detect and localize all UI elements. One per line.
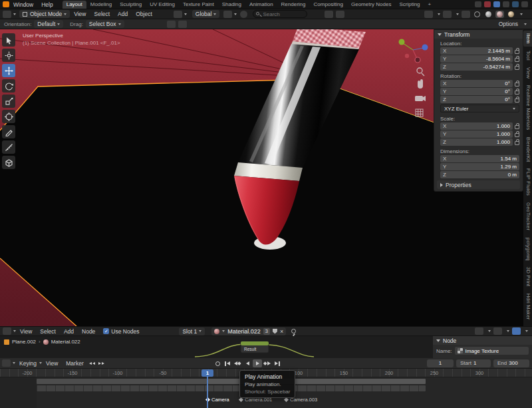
- jump-prev-marker-button[interactable]: [88, 359, 97, 367]
- breadcrumb-object[interactable]: Plane.002: [12, 339, 36, 345]
- menu-object[interactable]: Object: [132, 11, 156, 17]
- tab-uv-editing[interactable]: UV Editing: [146, 1, 179, 9]
- editor-type-icon[interactable]: [2, 359, 11, 367]
- viewport-3d[interactable]: User Perspective (1) Scene Collection | …: [0, 29, 532, 326]
- snap-magnet-icon[interactable]: [475, 327, 483, 335]
- breadcrumb-material[interactable]: Material.022: [51, 339, 80, 345]
- rotation-mode-dropdown[interactable]: XYZ Euler: [440, 104, 519, 112]
- snap-magnet-icon[interactable]: [223, 11, 232, 18]
- node-name-field[interactable]: Image Texture: [455, 347, 529, 355]
- topbar-icon[interactable]: [484, 1, 491, 7]
- anim-strip[interactable]: [37, 379, 207, 384]
- unlink-icon[interactable]: ×: [280, 328, 283, 335]
- node-panel-header[interactable]: Node: [433, 336, 532, 345]
- proportional-edit-icon[interactable]: [240, 11, 247, 18]
- xray-icon[interactable]: [462, 11, 470, 18]
- use-nodes-checkbox[interactable]: ✓: [103, 328, 109, 334]
- next-keyframe-button[interactable]: [263, 359, 272, 367]
- play-button[interactable]: [253, 359, 262, 367]
- shading-material-icon[interactable]: [495, 11, 504, 18]
- pin-icon[interactable]: [291, 329, 296, 333]
- dimensions-x-field[interactable]: X1.54 m: [440, 155, 519, 162]
- rotation-y-field[interactable]: Y0°: [440, 88, 513, 95]
- location-x-field[interactable]: X2.1445 m: [440, 47, 513, 55]
- cursor-tool[interactable]: [2, 49, 15, 62]
- material-icon[interactable]: [214, 329, 219, 334]
- autokey-button[interactable]: [213, 359, 222, 367]
- sidebar-tab-item[interactable]: Item: [523, 31, 532, 47]
- shading-wireframe-icon[interactable]: [473, 11, 481, 18]
- sidebar-tab-view[interactable]: View: [523, 65, 532, 81]
- sidebar-tab-geotracker[interactable]: GeoTracker: [523, 200, 532, 233]
- add-workspace-button[interactable]: +: [424, 1, 436, 9]
- topbar-icon[interactable]: [512, 1, 519, 7]
- material-users-badge[interactable]: 3: [263, 328, 270, 335]
- sidebar-tab-realtime-materials[interactable]: Realtime Materials: [523, 83, 532, 133]
- sidebar-tab-tool[interactable]: Tool: [523, 48, 532, 63]
- lock-icon[interactable]: [515, 91, 519, 95]
- keyframe-strip[interactable]: [37, 385, 426, 391]
- tab-modeling[interactable]: Modeling: [86, 1, 116, 9]
- lock-icon[interactable]: [515, 125, 519, 129]
- measure-tool[interactable]: [2, 140, 15, 154]
- sidebar-tab-3d-print[interactable]: 3D Print: [523, 264, 532, 290]
- tab-texture-paint[interactable]: Texture Paint: [179, 1, 218, 9]
- shading-solid-icon[interactable]: [484, 11, 493, 18]
- scale-y-field[interactable]: Y1.000: [440, 130, 513, 138]
- editor-type-icon[interactable]: [3, 327, 11, 335]
- slot-dropdown[interactable]: Slot 1: [179, 327, 205, 335]
- tab-shading[interactable]: Shading: [218, 1, 245, 9]
- properties-panel-header[interactable]: Properties: [437, 180, 520, 189]
- current-frame-field[interactable]: 1: [427, 359, 454, 367]
- marker-diamond[interactable]: [239, 397, 243, 402]
- start-frame-field[interactable]: Start1: [456, 359, 491, 367]
- sidebar-tab-polygoniq[interactable]: polygoniq: [523, 235, 532, 264]
- fake-user-shield-icon[interactable]: [273, 329, 277, 334]
- menu-help[interactable]: Help: [37, 1, 57, 8]
- shading-rendered-icon[interactable]: [507, 11, 515, 18]
- location-z-field[interactable]: Z-0.54274 m: [440, 63, 513, 71]
- menu-select[interactable]: Select: [90, 11, 114, 17]
- lock-icon[interactable]: [515, 58, 519, 62]
- mode-dropdown[interactable]: Object Mode: [19, 10, 70, 18]
- node-preview-icon[interactable]: [512, 327, 521, 335]
- add-cube-tool[interactable]: [2, 156, 15, 169]
- tab-animation[interactable]: Animation: [245, 1, 277, 9]
- lock-icon[interactable]: [515, 50, 519, 54]
- sidebar-tab-blenderkit[interactable]: BlenderKit: [523, 134, 532, 165]
- menu-add[interactable]: Add: [114, 11, 132, 17]
- editor-type-icon[interactable]: [3, 11, 11, 18]
- shader-node-canvas[interactable]: Result Plane.002 › Material.022 Node Nam…: [0, 336, 532, 358]
- topbar-icon[interactable]: [521, 1, 528, 7]
- select-box-tool[interactable]: [2, 33, 15, 47]
- end-frame-field[interactable]: End300: [493, 359, 529, 367]
- transform-panel-header[interactable]: Transform: [434, 30, 523, 39]
- menu-marker[interactable]: Marker: [62, 360, 87, 367]
- marker-diamond[interactable]: [284, 397, 289, 402]
- play-reverse-button[interactable]: [243, 359, 252, 367]
- prev-keyframe-button[interactable]: [233, 359, 242, 367]
- blender-menu-icon[interactable]: [3, 1, 9, 7]
- jump-next-marker-button[interactable]: [97, 359, 106, 367]
- material-name[interactable]: Material.022: [227, 328, 261, 335]
- topbar-icon[interactable]: [503, 1, 509, 7]
- menu-add[interactable]: Add: [60, 328, 78, 335]
- tab-layout[interactable]: Layout: [63, 1, 86, 9]
- tab-scripting[interactable]: Scripting: [395, 1, 424, 9]
- scale-x-field[interactable]: X1.000: [440, 122, 513, 130]
- tab-compositing[interactable]: Compositing: [310, 1, 347, 9]
- options-dropdown[interactable]: Options: [495, 21, 527, 27]
- topbar-icon[interactable]: [493, 1, 500, 7]
- lock-icon[interactable]: [515, 141, 519, 145]
- sidebar-tab-flip-fluids[interactable]: FLIP Fluids: [523, 166, 532, 198]
- topbar-icon[interactable]: [475, 1, 481, 7]
- tab-rendering[interactable]: Rendering: [277, 1, 310, 9]
- dimensions-z-field[interactable]: Z0 m: [440, 171, 519, 178]
- lock-icon[interactable]: [515, 99, 519, 102]
- overlays-icon[interactable]: [493, 327, 502, 335]
- marker-label[interactable]: Camera: [211, 397, 229, 403]
- transform-tool[interactable]: [2, 110, 15, 123]
- tool-extra-icon[interactable]: [178, 21, 187, 28]
- lock-icon[interactable]: [515, 133, 519, 137]
- gizmos-icon[interactable]: [424, 11, 433, 18]
